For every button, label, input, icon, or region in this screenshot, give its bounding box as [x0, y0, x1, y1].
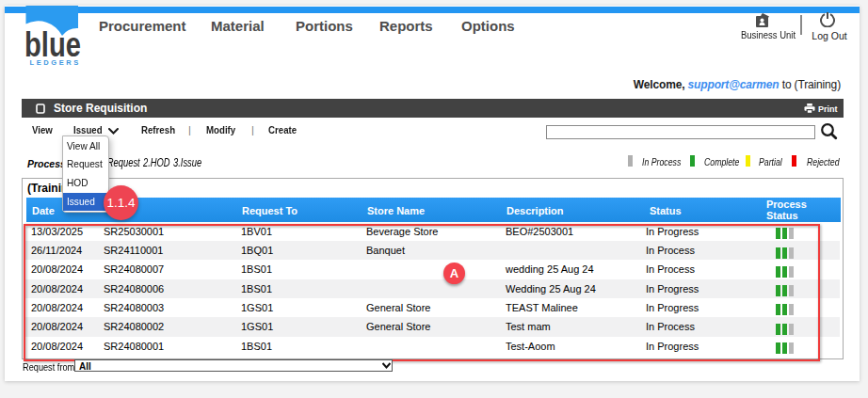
svg-text:LEDGERS: LEDGERS: [30, 58, 81, 67]
